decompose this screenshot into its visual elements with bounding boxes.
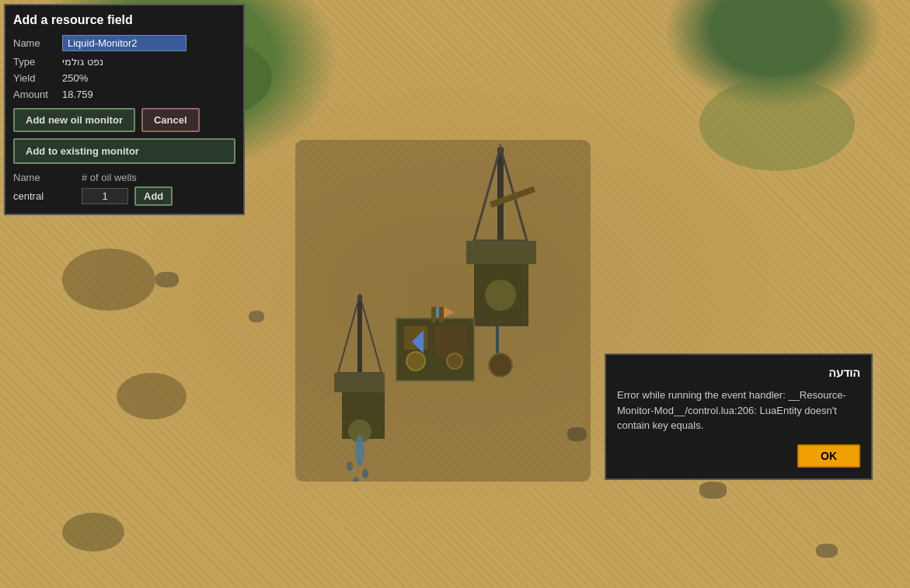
svg-point-7 <box>489 353 512 377</box>
amount-label: Amount <box>13 89 56 100</box>
error-dialog-footer: OK <box>617 444 860 468</box>
name-label: Name <box>13 37 56 49</box>
yield-label: Yield <box>13 72 56 84</box>
svg-rect-10 <box>334 373 385 392</box>
svg-marker-26 <box>444 307 455 318</box>
row-name-value: central <box>13 190 75 202</box>
main-btn-row: Add new oil monitor Cancel <box>13 108 235 132</box>
svg-point-14 <box>347 461 353 471</box>
add-to-existing-button[interactable]: Add to existing monitor <box>13 138 235 164</box>
svg-rect-23 <box>431 307 436 322</box>
game-scene <box>295 140 591 482</box>
name-input[interactable] <box>62 35 187 51</box>
svg-point-21 <box>406 352 425 371</box>
error-dialog: הודעה Error while running the event hand… <box>605 353 873 480</box>
col-count-header: # of oil wells <box>82 172 144 183</box>
table-row: central Add <box>13 186 235 206</box>
yield-value: 250% <box>62 72 88 84</box>
svg-rect-25 <box>439 307 444 322</box>
col-name-header: Name <box>13 172 75 183</box>
svg-point-16 <box>353 477 359 482</box>
amount-row: Amount 18.759 <box>13 89 235 100</box>
yield-row: Yield 250% <box>13 72 235 84</box>
resource-panel: Add a resource field Name Type נפט גולמי… <box>4 4 245 215</box>
panel-title: Add a resource field <box>13 13 235 27</box>
svg-rect-2 <box>466 241 536 264</box>
svg-rect-20 <box>435 326 466 357</box>
ok-button[interactable]: OK <box>797 444 860 468</box>
count-input[interactable] <box>82 188 128 204</box>
type-row: Type נפט גולמי <box>13 56 235 68</box>
svg-rect-0 <box>497 148 504 241</box>
error-title: הודעה <box>617 366 860 380</box>
cancel-button[interactable]: Cancel <box>141 108 200 132</box>
amount-value: 18.759 <box>62 89 93 100</box>
table-header: Name # of oil wells <box>13 172 235 183</box>
error-message: Error while running the event handler: _… <box>617 388 860 433</box>
svg-rect-8 <box>357 295 362 373</box>
type-value: נפט גולמי <box>62 56 103 68</box>
svg-point-5 <box>485 280 516 311</box>
svg-point-15 <box>362 469 368 478</box>
type-label: Type <box>13 56 56 68</box>
add-new-monitor-button[interactable]: Add new oil monitor <box>13 108 135 132</box>
svg-point-13 <box>355 435 364 466</box>
name-row: Name <box>13 35 235 51</box>
svg-point-22 <box>447 353 462 369</box>
add-small-button[interactable]: Add <box>134 186 173 206</box>
